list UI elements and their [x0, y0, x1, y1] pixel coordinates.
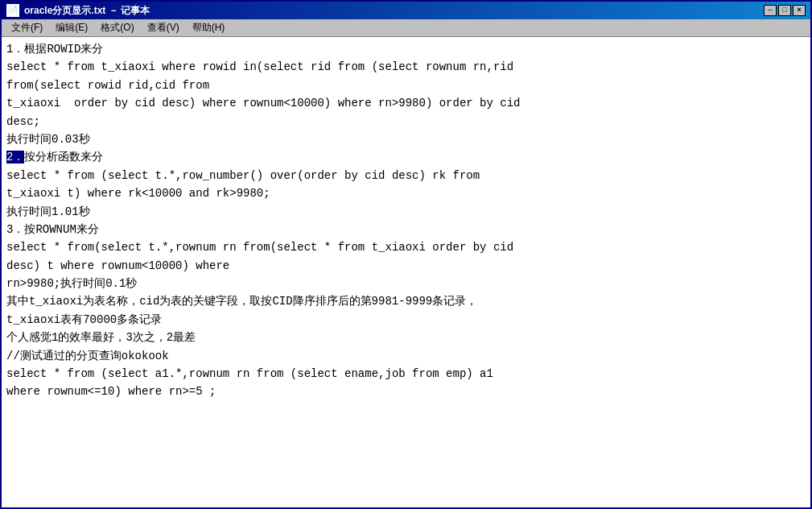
- text-line: select * from (select t.*,row_number() o…: [6, 167, 806, 184]
- text-line: desc) t where rownum<10000) where: [6, 257, 806, 275]
- text-line: 其中t_xiaoxi为表名称，cid为表的关键字段，取按CID降序排序后的第99…: [6, 292, 806, 310]
- text-line: 执行时间0.03秒: [6, 130, 806, 148]
- text-line: t_xiaoxi t) where rk<10000 and rk>9980;: [6, 184, 806, 202]
- text-line: select * from t_xiaoxi where rowid in(se…: [6, 58, 806, 76]
- text-line: select * from(select t.*,rownum rn from(…: [6, 238, 806, 256]
- maximize-button[interactable]: □: [778, 5, 791, 16]
- text-line: 执行时间1.01秒: [6, 203, 806, 221]
- window-title: oracle分页显示.txt － 记事本: [24, 4, 150, 18]
- menu-view[interactable]: 查看(V): [141, 19, 186, 36]
- text-line: //测试通过的分页查询okokook: [6, 347, 806, 365]
- text-line: 2．按分析函数来分: [6, 148, 806, 166]
- menu-help[interactable]: 帮助(H): [186, 19, 232, 36]
- close-button[interactable]: ×: [793, 5, 806, 16]
- text-line: where rownum<=10) where rn>=5 ;: [6, 383, 806, 400]
- text-content: 1．根据ROWID来分select * from t_xiaoxi where …: [6, 40, 806, 401]
- text-line: from(select rowid rid,cid from: [6, 77, 806, 94]
- text-area[interactable]: 1．根据ROWID来分select * from t_xiaoxi where …: [2, 37, 810, 507]
- app-icon: 📄: [6, 4, 19, 17]
- main-window: 📄 oracle分页显示.txt － 记事本 ─ □ × 文件(F) 编辑(E)…: [0, 0, 812, 509]
- text-line: t_xiaoxi order by cid desc) where rownum…: [6, 94, 806, 112]
- menu-file[interactable]: 文件(F): [5, 19, 49, 36]
- text-line: desc;: [6, 113, 806, 130]
- text-line: rn>9980;执行时间0.1秒: [6, 275, 806, 292]
- title-buttons: ─ □ ×: [764, 5, 806, 16]
- minimize-button[interactable]: ─: [764, 5, 777, 16]
- menu-bar: 文件(F) 编辑(E) 格式(O) 查看(V) 帮助(H): [2, 19, 810, 37]
- text-line: 个人感觉1的效率最好，3次之，2最差: [6, 329, 806, 346]
- menu-format[interactable]: 格式(O): [94, 19, 140, 36]
- text-line: 1．根据ROWID来分: [6, 40, 806, 58]
- text-line: 3．按ROWNUM来分: [6, 221, 806, 238]
- text-line: t_xiaoxi表有70000多条记录: [6, 311, 806, 329]
- menu-edit[interactable]: 编辑(E): [49, 19, 94, 36]
- highlight-number: 2．: [6, 151, 24, 163]
- title-bar-left: 📄 oracle分页显示.txt － 记事本: [6, 4, 150, 18]
- title-bar: 📄 oracle分页显示.txt － 记事本 ─ □ ×: [2, 2, 810, 19]
- text-line: select * from (select a1.*,rownum rn fro…: [6, 365, 806, 383]
